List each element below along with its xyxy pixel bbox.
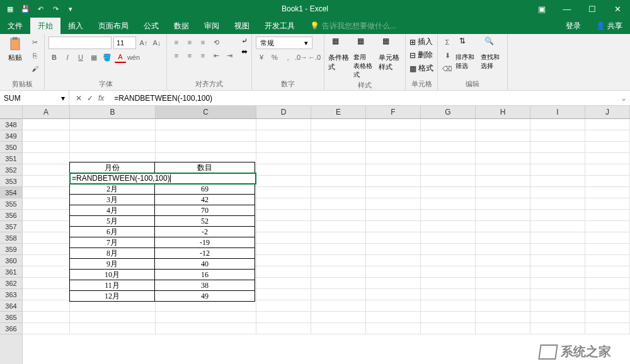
cell[interactable] <box>366 244 421 255</box>
cell[interactable] <box>366 176 421 187</box>
cell[interactable] <box>23 278 70 289</box>
cell[interactable] <box>256 289 311 300</box>
cell[interactable] <box>23 142 70 153</box>
cell[interactable] <box>23 164 70 176</box>
cell[interactable] <box>311 232 366 244</box>
table-cell-value[interactable]: -2 <box>154 226 255 237</box>
cell[interactable] <box>476 244 530 255</box>
cell[interactable] <box>421 130 476 142</box>
share-button[interactable]: 👤 共享 <box>588 18 630 34</box>
cell[interactable] <box>421 300 476 312</box>
cell[interactable] <box>311 210 366 221</box>
cell[interactable] <box>421 164 476 176</box>
cell[interactable] <box>23 300 70 312</box>
cell[interactable] <box>585 142 630 153</box>
cell[interactable] <box>421 210 476 221</box>
cell[interactable] <box>70 119 156 130</box>
cell[interactable] <box>311 255 366 266</box>
table-header-count[interactable]: 数目 <box>154 162 255 173</box>
cell[interactable] <box>256 130 311 142</box>
cell[interactable] <box>585 176 630 187</box>
cell[interactable] <box>366 187 421 198</box>
number-format-combo[interactable]: 常规▾ <box>256 37 312 49</box>
grow-font-button[interactable]: A↑ <box>138 37 149 48</box>
cell[interactable] <box>156 323 256 334</box>
tab-home[interactable]: 开始 <box>30 18 60 34</box>
cell[interactable] <box>256 187 311 198</box>
format-cells-button[interactable]: ▦格式 <box>410 63 433 74</box>
table-cell-value[interactable]: 70 <box>154 205 255 216</box>
row-header[interactable]: 352 <box>0 164 22 176</box>
cell[interactable] <box>311 164 366 176</box>
border-button[interactable]: ▦ <box>88 52 100 63</box>
cell[interactable] <box>23 244 70 255</box>
table-cell-value[interactable]: 40 <box>154 258 255 270</box>
cell[interactable] <box>530 119 585 130</box>
cell[interactable] <box>311 187 366 198</box>
cell[interactable] <box>366 323 421 334</box>
cell[interactable] <box>421 119 476 130</box>
login-link[interactable]: 登录 <box>558 18 588 34</box>
align-bottom-button[interactable]: ≡ <box>197 37 209 48</box>
indent-inc-button[interactable]: ⇥ <box>224 50 235 61</box>
row-header[interactable]: 354 <box>0 187 22 198</box>
cell[interactable] <box>530 323 585 334</box>
cell[interactable] <box>585 278 630 289</box>
cell[interactable] <box>311 176 366 187</box>
table-cell-value[interactable]: 38 <box>154 280 255 291</box>
cell-editor[interactable]: =RANDBETWEEN(-100,100) <box>69 173 256 185</box>
table-cell-value[interactable]: 69 <box>154 183 255 195</box>
font-color-button[interactable]: A <box>115 52 126 63</box>
cut-button[interactable]: ✂ <box>29 37 40 48</box>
format-painter-button[interactable]: 🖌 <box>29 63 40 74</box>
table-cell-month[interactable]: 11月 <box>69 280 155 291</box>
conditional-format-button[interactable]: ▦条件格式 <box>328 37 351 72</box>
cell[interactable] <box>585 187 630 198</box>
table-header-month[interactable]: 月份 <box>69 162 155 173</box>
cell[interactable] <box>256 312 311 323</box>
cell[interactable] <box>530 153 585 164</box>
save-icon[interactable]: 💾 <box>20 4 30 14</box>
cell[interactable] <box>366 210 421 221</box>
align-center-button[interactable]: ≡ <box>184 50 195 61</box>
cell[interactable] <box>421 255 476 266</box>
row-header[interactable]: 361 <box>0 266 22 278</box>
cell[interactable] <box>421 232 476 244</box>
cell[interactable] <box>530 300 585 312</box>
row-header[interactable]: 349 <box>0 130 22 142</box>
cell[interactable] <box>311 244 366 255</box>
cell[interactable] <box>421 153 476 164</box>
row-header[interactable]: 362 <box>0 278 22 289</box>
cell[interactable] <box>421 244 476 255</box>
undo-icon[interactable]: ↶ <box>35 4 45 14</box>
autosum-button[interactable]: Σ <box>442 37 453 48</box>
cell[interactable] <box>256 232 311 244</box>
cell[interactable] <box>366 232 421 244</box>
cell[interactable] <box>585 119 630 130</box>
cell[interactable] <box>421 266 476 278</box>
currency-button[interactable]: ¥ <box>256 52 267 63</box>
cell[interactable] <box>530 130 585 142</box>
tab-review[interactable]: 审阅 <box>197 18 227 34</box>
cell[interactable] <box>156 130 256 142</box>
phonetic-button[interactable]: wén <box>128 52 139 63</box>
cell[interactable] <box>256 278 311 289</box>
cell[interactable] <box>256 300 311 312</box>
cell[interactable] <box>311 323 366 334</box>
cell[interactable] <box>530 244 585 255</box>
cell[interactable] <box>311 221 366 232</box>
align-left-button[interactable]: ≡ <box>171 50 182 61</box>
cell[interactable] <box>23 210 70 221</box>
cell[interactable] <box>476 289 530 300</box>
table-cell-month[interactable]: 5月 <box>69 215 155 227</box>
cell[interactable] <box>476 119 530 130</box>
cell[interactable] <box>530 176 585 187</box>
cell[interactable] <box>421 323 476 334</box>
cell[interactable] <box>23 289 70 300</box>
cell[interactable] <box>156 300 256 312</box>
cell[interactable] <box>256 244 311 255</box>
cell[interactable] <box>530 187 585 198</box>
cell[interactable] <box>156 119 256 130</box>
cell[interactable] <box>476 266 530 278</box>
cell[interactable] <box>585 300 630 312</box>
